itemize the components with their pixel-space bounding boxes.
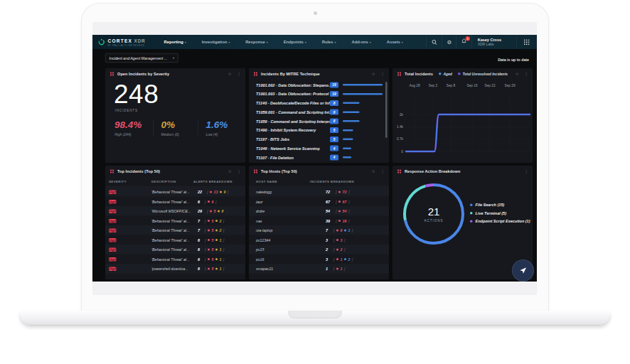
search-button[interactable]: [426, 35, 442, 49]
dashboard-selector[interactable]: Incident and Agent Management ... ▾: [105, 53, 178, 63]
host-name: srvapac21: [249, 267, 326, 271]
incidents-cell: 3[3]: [326, 237, 345, 242]
star-icon[interactable]: ☆: [372, 169, 375, 173]
col-description: DESCRIPTION: [151, 180, 193, 183]
host-row[interactable]: rza-laptop7[61]: [249, 225, 389, 235]
host-row[interactable]: pc123443[3]: [249, 235, 389, 245]
breakdown-group: [6]: [205, 199, 216, 203]
severity-dot: [210, 210, 212, 212]
star-icon[interactable]: ☆: [228, 169, 232, 173]
legend-label: File Search (15): [476, 203, 505, 207]
scrollbar-thumb[interactable]: [385, 82, 388, 138]
mitre-rows: T1001.002 - Data Obfuscation: Stegano...…: [249, 79, 389, 163]
kebab-menu-icon[interactable]: ⋮: [524, 169, 528, 173]
incident-row[interactable]: High'powershell downloa...6[51]: [105, 264, 245, 274]
top-nav: CORTEXXDR BY PALO ALTO NETWORKS Reportin…: [92, 35, 537, 49]
host-row[interactable]: nas39[39]: [249, 216, 389, 226]
breakdown-value: 8: [222, 209, 224, 213]
table-header: HOST NAME INCIDENTS BREAKDOWN: [249, 176, 389, 187]
star-icon[interactable]: ☆: [516, 72, 519, 76]
star-icon[interactable]: ☆: [228, 72, 232, 76]
chevron-down-icon: ▾: [305, 41, 306, 45]
donut-center: 21 ACTIONS: [402, 182, 466, 246]
bracket-close: ]: [352, 257, 353, 261]
severity-cell: High: [105, 237, 151, 244]
kebab-menu-icon[interactable]: ⋮: [237, 72, 241, 76]
incident-row[interactable]: High'Behavioral Threat' al...6[51]: [105, 245, 245, 255]
mitre-row[interactable]: T1197 - BITS Jobs5: [256, 135, 383, 144]
user-menu[interactable]: Kasey Cross XDR Labs: [471, 35, 507, 49]
host-row[interactable]: pc152[2]: [249, 245, 389, 255]
menu-response[interactable]: Response▾: [245, 40, 267, 44]
kebab-menu-icon[interactable]: ⋮: [380, 72, 385, 76]
breakdown-group: [2]: [333, 247, 345, 252]
mitre-row[interactable]: T1001.003 - Data Obfuscation: Protocol .…: [256, 90, 383, 99]
mitre-row[interactable]: T1490 - Inhibit System Recovery5: [256, 126, 383, 135]
severity-badge: High: [109, 191, 117, 195]
main-menu: Reporting▾Investigation▾Response▾Endpoin…: [164, 35, 403, 49]
menu-reporting[interactable]: Reporting▾: [164, 40, 186, 44]
breakdown-value: 5: [212, 247, 214, 252]
widget-title: Response Action Breakdown: [405, 169, 460, 173]
breakdown-value: 2: [341, 247, 343, 252]
incident-row[interactable]: High'Behavioral Threat' al...6[6]: [105, 197, 245, 207]
kebab-menu-icon[interactable]: ⋮: [237, 169, 241, 173]
menu-investigation[interactable]: Investigation▾: [202, 40, 230, 44]
menu-add-ons[interactable]: Add-ons▾: [351, 40, 370, 44]
menu-rules[interactable]: Rules▾: [322, 40, 336, 44]
apps-grid-button[interactable]: [516, 35, 537, 49]
kebab-menu-icon[interactable]: ⋮: [380, 169, 385, 173]
breakdown-value: 1: [219, 257, 221, 261]
mitre-row[interactable]: T1059.001 - Command and Scripting Int...…: [256, 107, 383, 117]
mitre-row[interactable]: T1001.002 - Data Obfuscation: Stegano...…: [256, 80, 383, 90]
incidents-cell: 67[67]: [326, 199, 349, 203]
bar: [343, 111, 360, 113]
host-row[interactable]: srvapac211[1]: [249, 264, 389, 274]
mitre-row[interactable]: T1140 - Deobfuscate/Decode Files or Inf.…: [256, 99, 383, 108]
bracket-open: [: [333, 237, 334, 242]
data-status: Data is up to date: [498, 58, 529, 62]
incident-row[interactable]: High'Behavioral Threat' al...7[52]: [105, 216, 245, 226]
incident-row[interactable]: High'Behavioral Threat' al...6[51]: [105, 235, 245, 245]
breakdown-value: 9: [223, 190, 225, 194]
dashboard-selector-value: Incident and Agent Management ...: [110, 56, 168, 60]
cortex-logo[interactable]: CORTEXXDR BY PALO ALTO NETWORKS: [92, 35, 149, 49]
technique-label: T1107 - File Deletion: [256, 155, 330, 159]
notifications-button[interactable]: 1: [457, 35, 472, 49]
incident-description: 'Behavioral Threat' al...: [151, 190, 192, 194]
breakdown-group: [1]: [333, 267, 345, 271]
settings-button[interactable]: ⚙: [442, 35, 456, 49]
mitre-row[interactable]: T1046 - Network Service Scanning4: [256, 144, 383, 153]
severity-cell: High: [105, 198, 151, 205]
menu-assets[interactable]: Assets▾: [387, 40, 403, 44]
series-aged-line: [405, 114, 530, 151]
severity-dot: [220, 191, 222, 193]
host-row[interactable]: jayz67[67]: [249, 197, 389, 207]
menu-endpoints[interactable]: Endpoints▾: [284, 40, 306, 44]
widget-handle-icon: [397, 169, 399, 171]
bracket-open: [: [205, 228, 205, 232]
host-row[interactable]: natedogg72[72]: [249, 187, 389, 197]
technique-label: T1001.003 - Data Obfuscation: Protocol .…: [256, 92, 330, 96]
bracket-open: [: [207, 209, 208, 213]
incident-row[interactable]: High'Behavioral Threat' al...22[139]: [105, 187, 245, 197]
mitre-row[interactable]: 3: [256, 162, 383, 163]
chevron-down-icon: ▾: [173, 56, 174, 60]
breakdown-value: 1: [348, 228, 350, 232]
donut-chart: 21 ACTIONS: [402, 182, 466, 247]
breakdown-group: [58...: [207, 209, 228, 213]
host-row[interactable]: pc163[12]: [249, 255, 389, 264]
alert-count: 6: [198, 237, 200, 242]
mitre-row[interactable]: T1107 - File Deletion4: [256, 153, 383, 162]
incident-row[interactable]: High'Behavioral Threat' al...7[52]: [105, 225, 245, 235]
bracket-close: ]: [344, 267, 345, 271]
bracket-close: ]: [223, 237, 224, 242]
host-row[interactable]: drdre54[54]: [249, 206, 389, 216]
incident-row[interactable]: High'Microsoft MSOFFICE...29[58...: [105, 206, 245, 216]
chat-fab-button[interactable]: [512, 259, 534, 282]
star-icon[interactable]: ☆: [372, 72, 375, 76]
mitre-row[interactable]: T1059 - Command and Scripting Interpre..…: [256, 117, 383, 126]
incident-row[interactable]: High'Behavioral Threat' al...6[51]: [105, 255, 245, 264]
severity-dot: [215, 229, 218, 231]
kebab-menu-icon[interactable]: ⋮: [524, 72, 528, 76]
